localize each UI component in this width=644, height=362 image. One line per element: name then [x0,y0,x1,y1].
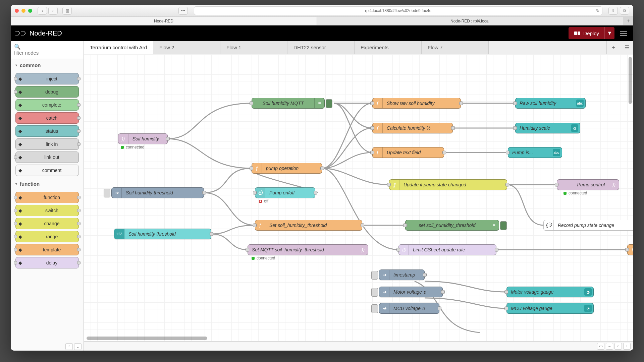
palette-expand-all[interactable]: ⌄ [74,343,82,350]
palette-node-switch[interactable]: ◆switch [15,205,79,216]
function-icon: ƒ [255,220,265,230]
debug-toggle[interactable] [326,99,332,108]
node-prepare[interactable]: ƒ Prepa [627,244,633,255]
svg-rect-1 [578,32,580,35]
deploy-dropdown[interactable]: ▼ [604,27,614,39]
flow-canvas[interactable]: )) Soil humidity connected Soil humidity… [84,54,633,341]
zoom-out[interactable]: − [606,343,613,350]
reload-icon[interactable]: ↻ [596,8,599,13]
palette: 🔍 common◆inject◆debug◆complete◆catch◆sta… [11,41,84,351]
node-inject-mcu-v[interactable]: ➜ MCU voltage ʋ [379,303,439,314]
palette-category-function[interactable]: function [11,178,84,190]
deploy-button[interactable]: Deploy ▼ [569,27,614,39]
node-set-threshold-debug[interactable]: set soil_humidity_threshold ≡ [405,220,499,231]
text-widget-icon: abc [576,100,584,107]
node-soil-humidity-debug[interactable]: Soil humidity MQTT ≡ [252,98,325,109]
node-inject-motor-v[interactable]: ➜ Motor voltage ʋ [379,287,443,297]
inject-button[interactable] [104,189,110,197]
text-widget-icon: abc [553,149,560,156]
back-button[interactable]: ‹ [38,7,47,15]
palette-node-range[interactable]: ◆range [15,231,79,242]
node-limit-rate[interactable]: ◷ Limit GSheet update rate [398,244,496,255]
flow-tabs: Terrarium control with Ard Flow 2 Flow 1… [84,41,633,54]
palette-node-delay[interactable]: ◆delay [15,257,79,268]
palette-node-link-out[interactable]: ◆link out [15,152,79,163]
node-type-icon: ◆ [16,205,25,216]
node-update-text[interactable]: ƒ Update text field [372,147,444,158]
palette-node-inject[interactable]: ◆inject [15,73,79,84]
main-menu[interactable] [618,27,629,39]
zoom-window[interactable] [28,9,32,13]
node-comment-record[interactable]: 💬 Record pump state change [543,220,633,231]
zoom-in[interactable]: ＋ [623,343,631,350]
view-toggle[interactable]: ▭ [597,343,604,350]
browser-new-tab[interactable]: ＋ [623,17,633,25]
tabs-overview[interactable]: ⧉ [620,7,629,15]
node-type-icon: ◆ [16,152,25,163]
forward-button[interactable]: › [48,7,58,15]
node-type-icon: ◆ [16,218,25,229]
node-type-icon: ◆ [16,100,25,110]
mqtt-out-icon: )) [609,180,619,190]
node-inject-threshold[interactable]: ➜ Soil humidity threshold [111,187,204,198]
filter-nodes-input[interactable] [14,50,80,56]
browser-tab-1[interactable]: Node-RED : rpi4.local [317,17,623,25]
flow-tab-3[interactable]: DHT22 sensor [287,41,355,54]
debug-icon: ≡ [489,220,499,230]
numeric-icon: 123 [114,229,124,239]
node-pump-switch[interactable]: ⏻ Pump on/off [255,187,315,198]
flow-tab-2[interactable]: Flow 1 [220,41,287,54]
node-type-icon: ◆ [16,86,25,97]
node-soil-humidity-mqtt-in[interactable]: )) Soil humidity [118,133,168,144]
zoom-reset[interactable]: ○ [614,343,622,350]
palette-node-change[interactable]: ◆change [15,218,79,229]
palette-collapse-all[interactable]: ⌃ [65,343,73,350]
node-raw-humidity-text[interactable]: Raw soil humidity abc [515,98,586,109]
node-pump-operation[interactable]: ƒ pump operation [252,163,322,174]
inject-button[interactable] [371,304,378,313]
list-flow-tabs[interactable]: ☰ [620,41,633,54]
mqtt-out-icon: )) [358,245,368,255]
palette-node-debug[interactable]: ◆debug [15,86,79,98]
palette-node-catch[interactable]: ◆catch [15,112,79,124]
node-humidity-gauge[interactable]: Humidity scale ◔ [515,123,580,133]
flow-tab-1[interactable]: Flow 2 [153,41,220,54]
palette-node-status[interactable]: ◆status [15,125,79,137]
palette-node-comment[interactable]: ◆comment [15,165,79,176]
add-flow-tab[interactable]: ＋ [606,41,620,54]
gauge-icon: ◔ [571,124,578,132]
inject-button[interactable] [371,288,378,297]
url-text: rpi4.local:1880/#flow/c02ebde9.fac4c [365,8,431,13]
palette-node-template[interactable]: ◆template [15,244,79,255]
node-type-icon: ◆ [16,244,25,255]
palette-node-function[interactable]: ◆function [15,192,79,203]
node-mcu-gauge[interactable]: MCU voltage gauge ◔ [506,303,594,314]
node-inject-timestamp[interactable]: ➜ timestamp [379,269,425,280]
url-bar[interactable]: rpi4.local:1880/#flow/c02ebde9.fac4c ↻ [194,6,602,15]
flow-tab-0[interactable]: Terrarium control with Ard [84,41,153,54]
flow-tab-4[interactable]: Experiments [355,41,422,54]
node-set-threshold[interactable]: ƒ Set soil_humidity_threshold [255,220,362,231]
node-show-raw-humidity[interactable]: ƒ Show raw soil humidity [372,98,461,109]
function-icon: ƒ [252,163,262,173]
canvas-hscroll[interactable] [87,337,207,340]
node-motor-gauge[interactable]: Motor voltage gauge ◔ [506,287,594,297]
browser-tab-0[interactable]: Node-RED [11,17,317,25]
minimize-window[interactable] [21,9,25,13]
node-ui-threshold-number[interactable]: 123 Soil humidity threshold [114,229,211,239]
inject-button[interactable] [371,271,378,280]
palette-node-link-in[interactable]: ◆link in [15,138,79,150]
page-actions[interactable]: ••• [178,7,188,15]
close-window[interactable] [15,9,19,13]
palette-node-complete[interactable]: ◆complete [15,99,79,111]
share-button[interactable]: ⇪ [608,7,618,15]
palette-category-common[interactable]: common [11,59,84,71]
flow-tab-5[interactable]: Flow 7 [422,41,489,54]
node-rbe-pump-state[interactable]: ‖ Update if pump state changed [389,179,507,190]
debug-toggle[interactable] [500,221,507,230]
node-calc-humidity[interactable]: ƒ Calculate humidity % [372,123,453,133]
node-set-mqtt-threshold[interactable]: Set MQTT soil_humidity_threshold )) [248,244,368,255]
sidebar-toggle[interactable]: ▥ [62,7,72,15]
node-pump-control-mqtt-out[interactable]: Pump control )) [557,179,619,190]
node-pump-text[interactable]: Pump is... abc [508,147,562,158]
